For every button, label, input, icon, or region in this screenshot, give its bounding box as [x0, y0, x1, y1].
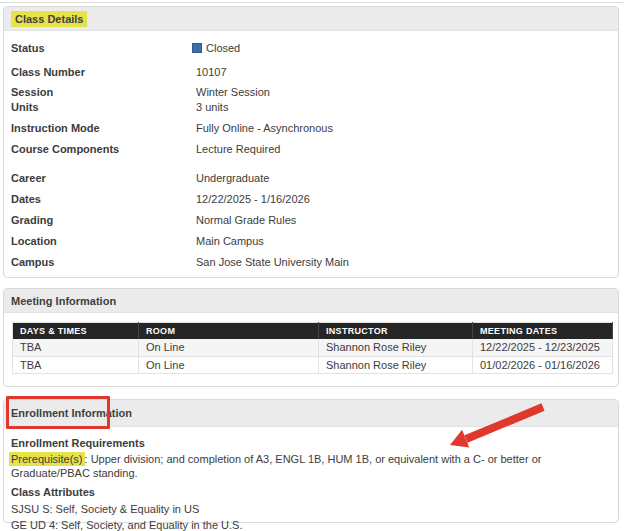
field-value: Winter Session — [196, 85, 270, 99]
prerequisite-line: Prerequisite(s): Upper division; and com… — [11, 452, 618, 480]
field-value: Closed — [196, 41, 240, 55]
meeting-table: DAYS & TIMES ROOM INSTRUCTOR MEETING DAT… — [12, 322, 613, 374]
enrollment-requirements-heading: Enrollment Requirements — [11, 436, 618, 450]
cell-meeting-dates: 12/22/2025 - 12/23/2025 — [473, 339, 613, 356]
cell-days-times: TBA — [13, 356, 139, 373]
field-label: Class Number — [11, 65, 196, 79]
field-value: 3 units — [196, 100, 228, 114]
field-row-status: Status Closed — [4, 41, 618, 55]
column-header-room: ROOM — [139, 323, 319, 340]
class-attribute-item: GE UD 4: Self, Society, and Equality in … — [11, 518, 618, 531]
cell-room: On Line — [139, 356, 319, 373]
field-row-career: Career Undergraduate — [4, 171, 618, 185]
enrollment-information-title: Enrollment Information — [11, 407, 132, 419]
field-label: Units — [11, 100, 196, 114]
class-attributes-heading: Class Attributes — [11, 485, 618, 499]
field-value: 12/22/2025 - 1/16/2026 — [196, 192, 310, 206]
column-header-meeting-dates: MEETING DATES — [473, 323, 613, 340]
enrollment-body: Enrollment Requirements Prerequisite(s):… — [4, 436, 618, 531]
field-label: Course Components — [11, 142, 196, 156]
class-attribute-item: SJSU S: Self, Society & Equality in US — [11, 502, 618, 516]
field-label: Location — [11, 234, 196, 248]
status-text: Closed — [206, 41, 240, 55]
cell-instructor: Shannon Rose Riley — [319, 356, 473, 373]
class-details-section: Class Details Status Closed Class Number… — [3, 6, 619, 278]
field-label: Campus — [11, 255, 196, 269]
field-row-campus: Campus San Jose State University Main — [4, 255, 618, 269]
class-details-page: { "colors": { "status_closed_square": "#… — [0, 0, 624, 531]
table-row: TBA On Line Shannon Rose Riley 01/02/202… — [13, 356, 613, 373]
table-row: TBA On Line Shannon Rose Riley 12/22/202… — [13, 339, 613, 356]
field-row-grading: Grading Normal Grade Rules — [4, 213, 618, 227]
field-row-session: Session Winter Session — [4, 85, 618, 99]
field-row-dates: Dates 12/22/2025 - 1/16/2026 — [4, 192, 618, 206]
field-row-course-components: Course Components Lecture Required — [4, 142, 618, 156]
field-row-units: Units 3 units — [4, 100, 618, 114]
field-value: Lecture Required — [196, 142, 280, 156]
field-value: Fully Online - Asynchronous — [196, 121, 333, 135]
field-label: Grading — [11, 213, 196, 227]
field-value: Normal Grade Rules — [196, 213, 296, 227]
enrollment-information-header: Enrollment Information — [4, 400, 618, 427]
class-details-header: Class Details — [4, 7, 618, 31]
meeting-information-section: Meeting Information DAYS & TIMES ROOM IN… — [3, 288, 619, 387]
cell-instructor: Shannon Rose Riley — [319, 339, 473, 356]
meeting-information-header: Meeting Information — [4, 289, 618, 313]
cell-room: On Line — [139, 339, 319, 356]
cell-meeting-dates: 01/02/2026 - 01/16/2026 — [473, 356, 613, 373]
page-top-divider — [0, 2, 624, 3]
field-label: Session — [11, 85, 196, 99]
class-details-title: Class Details — [11, 11, 87, 27]
field-row-instruction-mode: Instruction Mode Fully Online - Asynchro… — [4, 121, 618, 135]
field-label: Dates — [11, 192, 196, 206]
field-label: Status — [11, 41, 196, 55]
meeting-table-header-row: DAYS & TIMES ROOM INSTRUCTOR MEETING DAT… — [13, 323, 613, 340]
field-value: Main Campus — [196, 234, 264, 248]
field-value: San Jose State University Main — [196, 255, 349, 269]
field-label: Career — [11, 171, 196, 185]
prerequisite-text: : Upper division; and completion of A3, … — [11, 453, 541, 479]
column-header-instructor: INSTRUCTOR — [319, 323, 473, 340]
field-row-location: Location Main Campus — [4, 234, 618, 248]
field-label: Instruction Mode — [11, 121, 196, 135]
field-value: Undergraduate — [196, 171, 269, 185]
meeting-information-title: Meeting Information — [11, 295, 116, 307]
field-value: 10107 — [196, 65, 227, 79]
cell-days-times: TBA — [13, 339, 139, 356]
enrollment-information-section: Enrollment Information Enrollment Requir… — [3, 399, 619, 523]
field-row-class-number: Class Number 10107 — [4, 65, 618, 79]
prerequisite-label-highlight: Prerequisite(s) — [9, 452, 85, 466]
column-header-days-times: DAYS & TIMES — [13, 323, 139, 340]
status-closed-icon — [192, 43, 202, 53]
